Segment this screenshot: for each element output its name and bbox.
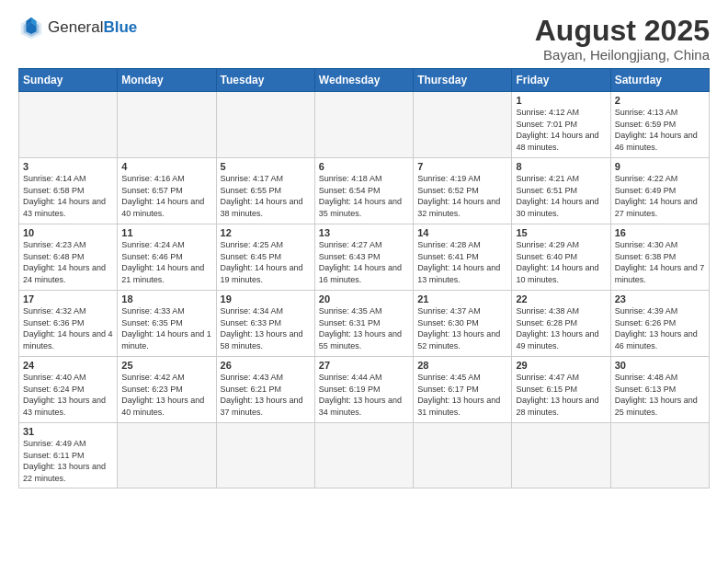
page-header: GeneralBlue August 2025 Bayan, Heilongji… [18, 15, 710, 63]
day-info: Sunrise: 4:35 AM Sunset: 6:31 PM Dayligh… [319, 305, 409, 351]
day-number: 13 [319, 227, 409, 238]
calendar-cell: 15Sunrise: 4:29 AM Sunset: 6:40 PM Dayli… [512, 224, 610, 291]
day-info: Sunrise: 4:43 AM Sunset: 6:21 PM Dayligh… [221, 372, 311, 418]
month-year-title: August 2025 [535, 15, 710, 47]
calendar-cell: 2Sunrise: 4:13 AM Sunset: 6:59 PM Daylig… [610, 92, 709, 158]
day-info: Sunrise: 4:49 AM Sunset: 6:11 PM Dayligh… [23, 438, 113, 484]
calendar-cell: 6Sunrise: 4:18 AM Sunset: 6:54 PM Daylig… [314, 158, 413, 224]
calendar-cell: 17Sunrise: 4:32 AM Sunset: 6:36 PM Dayli… [19, 291, 118, 357]
col-header-sunday: Sunday [19, 69, 118, 92]
day-number: 23 [615, 293, 705, 304]
day-number: 29 [516, 360, 606, 371]
calendar-cell [19, 92, 118, 158]
day-info: Sunrise: 4:33 AM Sunset: 6:35 PM Dayligh… [121, 305, 211, 351]
day-info: Sunrise: 4:16 AM Sunset: 6:57 PM Dayligh… [121, 173, 211, 219]
day-info: Sunrise: 4:47 AM Sunset: 6:15 PM Dayligh… [516, 372, 606, 418]
day-number: 16 [615, 227, 705, 238]
day-info: Sunrise: 4:18 AM Sunset: 6:54 PM Dayligh… [319, 173, 409, 219]
day-number: 7 [417, 161, 507, 172]
day-number: 26 [221, 360, 311, 371]
col-header-friday: Friday [512, 69, 610, 92]
calendar-cell [314, 423, 413, 488]
calendar-cell: 28Sunrise: 4:45 AM Sunset: 6:17 PM Dayli… [414, 357, 512, 423]
day-info: Sunrise: 4:23 AM Sunset: 6:48 PM Dayligh… [23, 239, 113, 285]
calendar-cell: 16Sunrise: 4:30 AM Sunset: 6:38 PM Dayli… [610, 224, 709, 291]
calendar-cell: 8Sunrise: 4:21 AM Sunset: 6:51 PM Daylig… [512, 158, 610, 224]
day-number: 12 [221, 227, 311, 238]
calendar-cell [512, 423, 610, 488]
day-info: Sunrise: 4:37 AM Sunset: 6:30 PM Dayligh… [417, 305, 507, 351]
day-info: Sunrise: 4:25 AM Sunset: 6:45 PM Dayligh… [221, 239, 311, 285]
day-info: Sunrise: 4:28 AM Sunset: 6:41 PM Dayligh… [417, 239, 507, 285]
day-number: 18 [121, 293, 211, 304]
day-number: 31 [23, 426, 113, 437]
day-number: 21 [417, 293, 507, 304]
location-subtitle: Bayan, Heilongjiang, China [535, 47, 710, 63]
col-header-wednesday: Wednesday [314, 69, 413, 92]
calendar-cell: 22Sunrise: 4:38 AM Sunset: 6:28 PM Dayli… [512, 291, 610, 357]
calendar-week-row: 10Sunrise: 4:23 AM Sunset: 6:48 PM Dayli… [19, 224, 710, 291]
col-header-thursday: Thursday [414, 69, 512, 92]
calendar-cell: 26Sunrise: 4:43 AM Sunset: 6:21 PM Dayli… [216, 357, 314, 423]
day-number: 24 [23, 360, 113, 371]
calendar-cell: 7Sunrise: 4:19 AM Sunset: 6:52 PM Daylig… [414, 158, 512, 224]
day-info: Sunrise: 4:32 AM Sunset: 6:36 PM Dayligh… [23, 305, 113, 351]
calendar-table: SundayMondayTuesdayWednesdayThursdayFrid… [18, 68, 710, 488]
day-number: 22 [516, 293, 606, 304]
calendar-cell: 21Sunrise: 4:37 AM Sunset: 6:30 PM Dayli… [414, 291, 512, 357]
day-info: Sunrise: 4:21 AM Sunset: 6:51 PM Dayligh… [516, 173, 606, 219]
day-number: 4 [121, 161, 211, 172]
day-info: Sunrise: 4:45 AM Sunset: 6:17 PM Dayligh… [417, 372, 507, 418]
calendar-cell [216, 423, 314, 488]
day-number: 27 [319, 360, 409, 371]
calendar-week-row: 3Sunrise: 4:14 AM Sunset: 6:58 PM Daylig… [19, 158, 710, 224]
calendar-cell: 19Sunrise: 4:34 AM Sunset: 6:33 PM Dayli… [216, 291, 314, 357]
calendar-cell: 5Sunrise: 4:17 AM Sunset: 6:55 PM Daylig… [216, 158, 314, 224]
day-info: Sunrise: 4:24 AM Sunset: 6:46 PM Dayligh… [121, 239, 211, 285]
col-header-monday: Monday [118, 69, 216, 92]
day-info: Sunrise: 4:34 AM Sunset: 6:33 PM Dayligh… [221, 305, 311, 351]
logo-text: GeneralBlue [48, 19, 137, 37]
day-number: 1 [516, 95, 606, 106]
general-blue-logo-icon [18, 15, 44, 40]
calendar-cell: 23Sunrise: 4:39 AM Sunset: 6:26 PM Dayli… [610, 291, 709, 357]
calendar-cell: 3Sunrise: 4:14 AM Sunset: 6:58 PM Daylig… [19, 158, 118, 224]
day-info: Sunrise: 4:48 AM Sunset: 6:13 PM Dayligh… [615, 372, 705, 418]
calendar-cell: 24Sunrise: 4:40 AM Sunset: 6:24 PM Dayli… [19, 357, 118, 423]
calendar-cell: 1Sunrise: 4:12 AM Sunset: 7:01 PM Daylig… [512, 92, 610, 158]
day-info: Sunrise: 4:22 AM Sunset: 6:49 PM Dayligh… [615, 173, 705, 219]
logo: GeneralBlue [18, 15, 137, 40]
calendar-cell: 11Sunrise: 4:24 AM Sunset: 6:46 PM Dayli… [118, 224, 216, 291]
calendar-cell: 30Sunrise: 4:48 AM Sunset: 6:13 PM Dayli… [610, 357, 709, 423]
day-info: Sunrise: 4:39 AM Sunset: 6:26 PM Dayligh… [615, 305, 705, 351]
day-info: Sunrise: 4:40 AM Sunset: 6:24 PM Dayligh… [23, 372, 113, 418]
day-number: 10 [23, 227, 113, 238]
calendar-cell: 20Sunrise: 4:35 AM Sunset: 6:31 PM Dayli… [314, 291, 413, 357]
calendar-cell: 29Sunrise: 4:47 AM Sunset: 6:15 PM Dayli… [512, 357, 610, 423]
day-number: 6 [319, 161, 409, 172]
day-info: Sunrise: 4:38 AM Sunset: 6:28 PM Dayligh… [516, 305, 606, 351]
day-number: 17 [23, 293, 113, 304]
calendar-cell: 9Sunrise: 4:22 AM Sunset: 6:49 PM Daylig… [610, 158, 709, 224]
col-header-tuesday: Tuesday [216, 69, 314, 92]
calendar-week-row: 17Sunrise: 4:32 AM Sunset: 6:36 PM Dayli… [19, 291, 710, 357]
day-info: Sunrise: 4:19 AM Sunset: 6:52 PM Dayligh… [417, 173, 507, 219]
calendar-cell: 10Sunrise: 4:23 AM Sunset: 6:48 PM Dayli… [19, 224, 118, 291]
day-info: Sunrise: 4:13 AM Sunset: 6:59 PM Dayligh… [615, 107, 705, 153]
day-number: 30 [615, 360, 705, 371]
day-number: 14 [417, 227, 507, 238]
col-header-saturday: Saturday [610, 69, 709, 92]
calendar-cell: 12Sunrise: 4:25 AM Sunset: 6:45 PM Dayli… [216, 224, 314, 291]
day-info: Sunrise: 4:44 AM Sunset: 6:19 PM Dayligh… [319, 372, 409, 418]
calendar-week-row: 31Sunrise: 4:49 AM Sunset: 6:11 PM Dayli… [19, 423, 710, 488]
day-number: 9 [615, 161, 705, 172]
calendar-cell [414, 92, 512, 158]
day-number: 11 [121, 227, 211, 238]
day-number: 5 [221, 161, 311, 172]
day-number: 15 [516, 227, 606, 238]
calendar-cell [414, 423, 512, 488]
day-info: Sunrise: 4:14 AM Sunset: 6:58 PM Dayligh… [23, 173, 113, 219]
day-info: Sunrise: 4:42 AM Sunset: 6:23 PM Dayligh… [121, 372, 211, 418]
calendar-cell [314, 92, 413, 158]
day-number: 19 [221, 293, 311, 304]
